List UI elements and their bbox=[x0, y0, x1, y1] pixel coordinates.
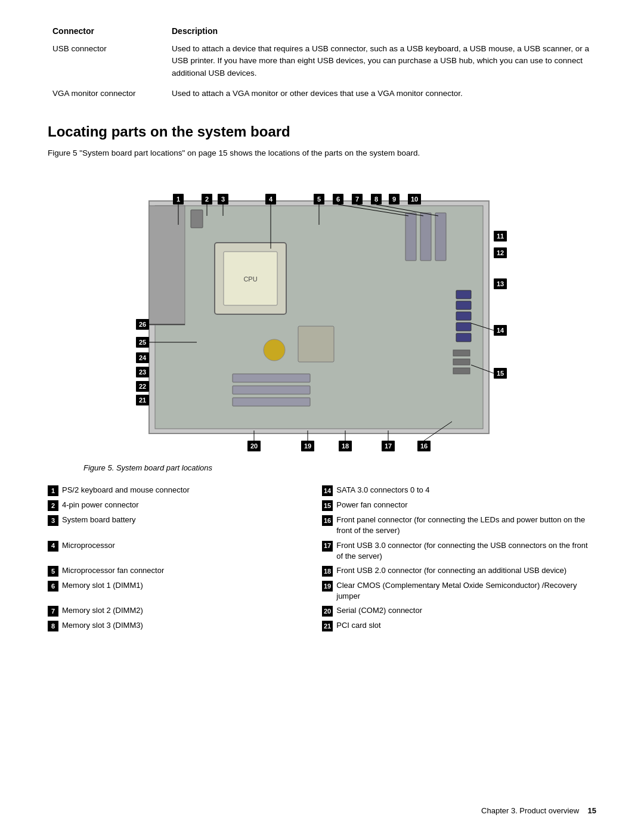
item-description: Front USB 3.0 connector (for connecting … bbox=[336, 540, 590, 562]
connector-cell: VGA monitor connector bbox=[48, 85, 167, 106]
section-heading: Locating parts on the system board bbox=[48, 123, 596, 140]
svg-rect-18 bbox=[456, 323, 471, 331]
item-number-badge: 2 bbox=[48, 500, 58, 511]
svg-text:25: 25 bbox=[139, 339, 146, 346]
list-item: 19Clear CMOS (Complementary Metal Oxide … bbox=[322, 578, 596, 603]
svg-rect-15 bbox=[456, 290, 471, 299]
svg-rect-22 bbox=[453, 368, 470, 374]
svg-rect-13 bbox=[233, 398, 310, 406]
description-cell: Used to attach a VGA monitor or other de… bbox=[167, 85, 596, 106]
svg-rect-9 bbox=[298, 326, 334, 362]
svg-text:10: 10 bbox=[411, 196, 418, 203]
svg-text:21: 21 bbox=[139, 397, 146, 404]
svg-rect-14 bbox=[233, 374, 310, 382]
svg-text:5: 5 bbox=[317, 196, 321, 203]
svg-text:8: 8 bbox=[374, 196, 378, 203]
svg-text:6: 6 bbox=[336, 196, 340, 203]
item-number-badge: 18 bbox=[322, 566, 333, 577]
svg-text:20: 20 bbox=[250, 442, 258, 450]
svg-rect-16 bbox=[456, 301, 471, 309]
connector-cell: USB connector bbox=[48, 41, 167, 85]
list-item: 24-pin power connector bbox=[48, 498, 322, 513]
list-item: 4Microprocessor bbox=[48, 538, 322, 563]
svg-text:17: 17 bbox=[385, 442, 392, 450]
item-description: PS/2 keyboard and mouse connector bbox=[62, 485, 316, 496]
svg-text:2: 2 bbox=[205, 196, 209, 203]
svg-text:CPU: CPU bbox=[243, 275, 257, 283]
item-description: Microprocessor fan connector bbox=[62, 565, 316, 576]
svg-point-10 bbox=[264, 339, 285, 361]
page-number: 15 bbox=[588, 806, 596, 815]
item-number-badge: 5 bbox=[48, 566, 58, 577]
list-item: 17Front USB 3.0 connector (for connectin… bbox=[322, 538, 596, 563]
list-item: 5Microprocessor fan connector bbox=[48, 563, 322, 578]
item-number-badge: 21 bbox=[322, 621, 333, 631]
item-description: PCI card slot bbox=[336, 620, 590, 631]
svg-text:16: 16 bbox=[420, 442, 428, 450]
svg-text:9: 9 bbox=[392, 196, 396, 203]
svg-text:22: 22 bbox=[139, 383, 146, 390]
list-item: 18Front USB 2.0 connector (for connectin… bbox=[322, 563, 596, 578]
svg-rect-20 bbox=[453, 350, 470, 356]
diagram-container: CPU 1 2 3 bbox=[113, 171, 531, 457]
item-number-badge: 8 bbox=[48, 621, 58, 631]
svg-text:14: 14 bbox=[497, 327, 504, 334]
table-header-description: Description bbox=[167, 24, 596, 41]
svg-rect-8 bbox=[435, 213, 446, 261]
footer-text: Chapter 3. Product overview bbox=[481, 806, 579, 815]
figure-caption: Figure 5. System board part locations bbox=[48, 463, 596, 472]
system-board-diagram: CPU 1 2 3 bbox=[113, 171, 531, 457]
list-item: 6Memory slot 1 (DIMM1) bbox=[48, 578, 322, 603]
svg-text:11: 11 bbox=[497, 233, 504, 240]
item-number-badge: 14 bbox=[322, 485, 333, 496]
svg-text:7: 7 bbox=[355, 196, 359, 203]
svg-rect-21 bbox=[453, 359, 470, 365]
connector-table: Connector Description USB connectorUsed … bbox=[48, 24, 596, 106]
svg-text:1: 1 bbox=[177, 196, 180, 203]
svg-rect-12 bbox=[233, 386, 310, 394]
list-item: 21PCI card slot bbox=[322, 618, 596, 633]
svg-text:15: 15 bbox=[497, 370, 504, 377]
item-number-badge: 20 bbox=[322, 606, 333, 617]
item-description: Front panel connector (for connecting th… bbox=[336, 515, 590, 536]
svg-text:26: 26 bbox=[139, 321, 146, 328]
svg-text:18: 18 bbox=[342, 442, 349, 450]
item-description: 4-pin power connector bbox=[62, 500, 316, 510]
item-number-badge: 16 bbox=[322, 515, 333, 526]
svg-rect-2 bbox=[149, 206, 185, 325]
svg-rect-6 bbox=[405, 213, 416, 261]
item-description: Front USB 2.0 connector (for connecting … bbox=[336, 565, 590, 576]
item-description: Memory slot 3 (DIMM3) bbox=[62, 620, 316, 631]
list-item: 16Front panel connector (for connecting … bbox=[322, 513, 596, 538]
svg-rect-19 bbox=[456, 333, 471, 342]
item-description: SATA 3.0 connectors 0 to 4 bbox=[336, 485, 590, 496]
parts-list: 1PS/2 keyboard and mouse connector14SATA… bbox=[48, 483, 596, 633]
item-number-badge: 1 bbox=[48, 485, 58, 496]
item-description: Memory slot 2 (DIMM2) bbox=[62, 605, 316, 616]
page-footer: Chapter 3. Product overview 15 bbox=[481, 806, 596, 815]
list-item: 1PS/2 keyboard and mouse connector bbox=[48, 483, 322, 498]
table-row: USB connectorUsed to attach a device tha… bbox=[48, 41, 596, 85]
svg-text:12: 12 bbox=[497, 249, 504, 256]
list-item: 20Serial (COM2) connector bbox=[322, 603, 596, 618]
table-row: VGA monitor connectorUsed to attach a VG… bbox=[48, 85, 596, 106]
item-description: Microprocessor bbox=[62, 540, 316, 551]
svg-rect-1 bbox=[155, 206, 483, 429]
item-number-badge: 4 bbox=[48, 541, 58, 552]
item-number-badge: 3 bbox=[48, 515, 58, 526]
item-number-badge: 19 bbox=[322, 581, 333, 592]
item-number-badge: 17 bbox=[322, 541, 333, 552]
item-description: Power fan connector bbox=[336, 500, 590, 510]
svg-rect-11 bbox=[191, 210, 203, 228]
svg-text:4: 4 bbox=[269, 196, 273, 203]
svg-text:3: 3 bbox=[221, 196, 225, 203]
svg-rect-7 bbox=[420, 213, 431, 261]
list-item: 8Memory slot 3 (DIMM3) bbox=[48, 618, 322, 633]
svg-text:23: 23 bbox=[139, 368, 146, 376]
svg-text:13: 13 bbox=[497, 280, 504, 287]
item-description: Serial (COM2) connector bbox=[336, 605, 590, 616]
list-item: 15Power fan connector bbox=[322, 498, 596, 513]
item-number-badge: 15 bbox=[322, 500, 333, 511]
item-description: System board battery bbox=[62, 515, 316, 525]
svg-rect-17 bbox=[456, 312, 471, 320]
